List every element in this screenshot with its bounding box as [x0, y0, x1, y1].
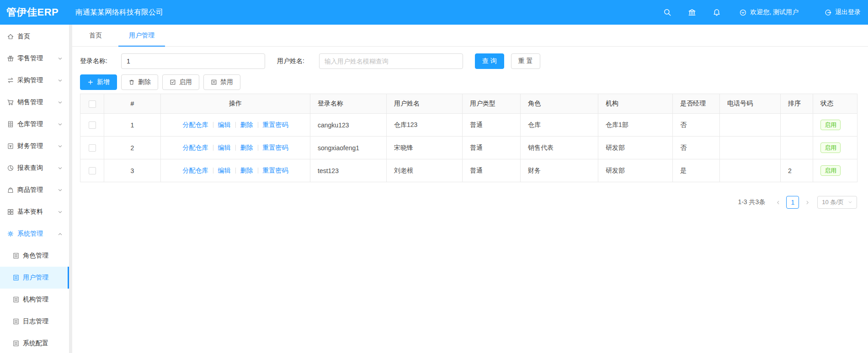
- filter-form: 登录名称: 用户姓名: 查 询 重 置: [80, 53, 857, 69]
- check-square-icon: [170, 79, 176, 85]
- sidebar-item-basedata[interactable]: 基本资料: [0, 201, 69, 223]
- reset-password-link[interactable]: 重置密码: [263, 144, 288, 152]
- doc-icon: [12, 340, 20, 347]
- delete-link[interactable]: 删除: [240, 121, 253, 129]
- delete-button[interactable]: 删除: [121, 74, 158, 90]
- sidebar-item-sales[interactable]: 销售管理: [0, 91, 69, 113]
- down-circle-icon: [739, 9, 747, 16]
- table-row: 1 分配仓库编辑删除重置密码 cangku123 仓库123 普通 仓库 仓库1…: [80, 114, 857, 137]
- doc-icon: [12, 252, 20, 259]
- next-page-button[interactable]: [802, 196, 813, 209]
- cabinet-icon: [7, 121, 14, 128]
- search-icon[interactable]: [663, 8, 671, 16]
- sidebar-item-finance[interactable]: 财务管理: [0, 135, 69, 157]
- company-name: 南通某某网络科技有限公司: [75, 8, 163, 17]
- cell-name: 刘老根: [387, 159, 463, 182]
- sidebar-item-log-mgmt[interactable]: 日志管理: [0, 311, 69, 332]
- reset-password-link[interactable]: 重置密码: [263, 121, 288, 129]
- login-name-label: 登录名称:: [80, 57, 107, 65]
- sidebar-item-retail[interactable]: 零售管理: [0, 47, 69, 69]
- sidebar-item-role-mgmt[interactable]: 角色管理: [0, 245, 69, 267]
- col-sort: 排序: [781, 94, 813, 114]
- cell-sort: [781, 137, 813, 159]
- doc-icon: [12, 318, 20, 325]
- page-size-select[interactable]: 10 条/页: [817, 196, 857, 209]
- edit-link[interactable]: 编辑: [218, 144, 231, 152]
- row-index: 3: [104, 159, 161, 182]
- sidebar-item-purchase[interactable]: 采购管理: [0, 69, 69, 91]
- disable-button[interactable]: 禁用: [203, 74, 240, 90]
- sidebar-item-home[interactable]: 首页: [0, 26, 69, 47]
- sidebar-item-goods[interactable]: 商品管理: [0, 179, 69, 201]
- edit-link[interactable]: 编辑: [218, 121, 231, 129]
- chevron-down-icon: [58, 78, 63, 83]
- bank-icon[interactable]: [688, 8, 696, 16]
- status-badge: 启用: [820, 120, 841, 130]
- cell-type: 普通: [463, 137, 521, 159]
- chevron-down-icon: [58, 144, 63, 149]
- doc-icon: [12, 296, 20, 303]
- enable-button[interactable]: 启用: [162, 74, 199, 90]
- page-content: 登录名称: 用户姓名: 查 询 重 置 新增 删除: [72, 53, 868, 209]
- user-table: # 操作 登录名称 用户姓名 用户类型 角色 机构 是否经理 电话号码 排序 状: [80, 94, 857, 182]
- chevron-down-icon: [58, 166, 63, 171]
- delete-link[interactable]: 删除: [240, 167, 253, 175]
- bell-icon[interactable]: [713, 8, 721, 16]
- chevron-down-icon: [58, 210, 63, 215]
- cell-org: 仓库1部: [598, 114, 673, 137]
- chevron-down-icon: [58, 56, 63, 61]
- search-button[interactable]: 查 询: [475, 53, 504, 69]
- cell-org: 研发部: [598, 159, 673, 182]
- sidebar-menu: 首页 零售管理 采购管理 销售管理 仓库管理: [0, 25, 69, 353]
- sidebar-item-warehouse[interactable]: 仓库管理: [0, 113, 69, 135]
- tab-user-mgmt[interactable]: 用户管理: [118, 25, 165, 46]
- assign-warehouse-link[interactable]: 分配仓库: [183, 167, 208, 175]
- tab-home[interactable]: 首页: [79, 25, 112, 46]
- chevron-right-icon: [805, 200, 810, 205]
- sidebar-scrollbar[interactable]: [69, 25, 72, 353]
- login-name-input[interactable]: [121, 53, 265, 69]
- edit-link[interactable]: 编辑: [218, 167, 231, 175]
- top-header-bar: 管伊佳ERP 南通某某网络科技有限公司 欢迎您, 测试用户: [0, 0, 868, 25]
- divider: [235, 122, 236, 128]
- logout-icon: [824, 9, 832, 16]
- sidebar-item-org-mgmt[interactable]: 机构管理: [0, 289, 69, 311]
- bag-icon: [7, 186, 14, 194]
- sidebar-item-user-mgmt[interactable]: 用户管理: [0, 267, 69, 289]
- select-all-checkbox[interactable]: [89, 100, 96, 108]
- reset-button[interactable]: 重 置: [511, 53, 540, 69]
- status-badge: 启用: [820, 165, 841, 176]
- sidebar-item-system[interactable]: 系统管理: [0, 223, 69, 245]
- sidebar-item-system-config[interactable]: 系统配置: [0, 332, 69, 353]
- close-square-icon: [211, 79, 217, 85]
- cell-login: test123: [310, 159, 387, 182]
- cell-phone: [720, 114, 781, 137]
- delete-link[interactable]: 删除: [240, 144, 253, 152]
- assign-warehouse-link[interactable]: 分配仓库: [183, 144, 208, 152]
- page-number-1[interactable]: 1: [786, 196, 799, 209]
- cell-role: 销售代表: [521, 137, 598, 159]
- table-row: 2 分配仓库编辑删除重置密码 songxiaofeng1 宋晓锋 普通 销售代表…: [80, 137, 857, 159]
- user-menu[interactable]: 欢迎您, 测试用户: [739, 8, 799, 16]
- welcome-text: 欢迎您, 测试用户: [750, 8, 799, 16]
- row-index: 2: [104, 137, 161, 159]
- reset-password-link[interactable]: 重置密码: [263, 167, 288, 175]
- chevron-up-icon: [58, 232, 63, 237]
- row-checkbox[interactable]: [89, 167, 96, 174]
- col-name: 用户姓名: [387, 94, 463, 114]
- row-actions: 分配仓库编辑删除重置密码: [168, 167, 303, 175]
- row-actions: 分配仓库编辑删除重置密码: [168, 121, 303, 129]
- sidebar-item-reports[interactable]: 报表查询: [0, 157, 69, 179]
- prev-page-button[interactable]: [772, 196, 783, 209]
- row-checkbox[interactable]: [89, 144, 96, 152]
- row-checkbox[interactable]: [89, 121, 96, 129]
- logout-text: 退出登录: [835, 8, 861, 16]
- user-name-input[interactable]: [319, 53, 463, 69]
- gear-icon: [7, 230, 14, 237]
- table-row: 3 分配仓库编辑删除重置密码 test123 刘老根 普通 财务 研发部 是: [80, 159, 857, 182]
- logout-button[interactable]: 退出登录: [824, 8, 861, 16]
- swap-icon: [7, 77, 14, 84]
- assign-warehouse-link[interactable]: 分配仓库: [183, 121, 208, 129]
- add-button[interactable]: 新增: [80, 74, 117, 90]
- row-index: 1: [104, 114, 161, 137]
